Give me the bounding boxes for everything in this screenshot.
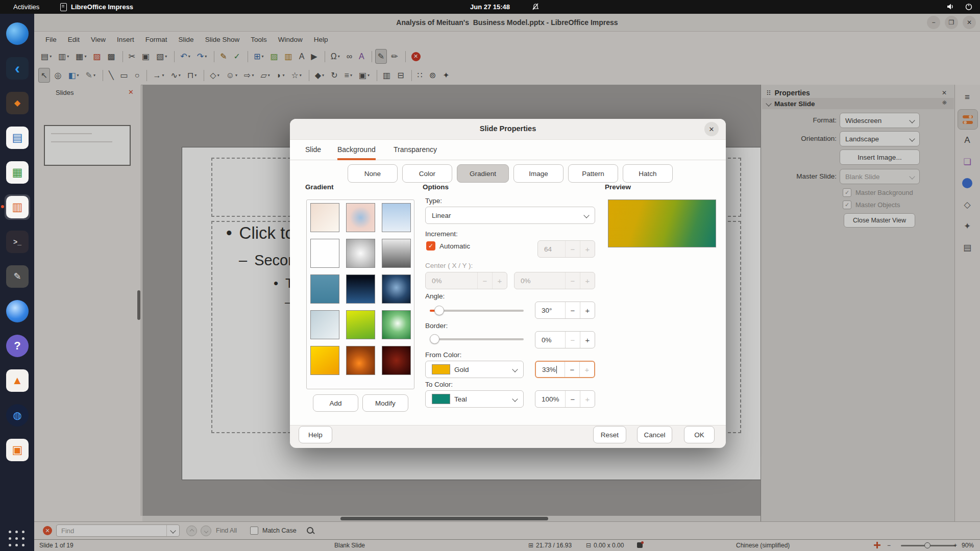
gradient-swatch-navy-glow[interactable] — [382, 274, 411, 304]
find-previous-button[interactable] — [186, 525, 197, 536]
edit-points-button[interactable]: ∷ — [415, 68, 425, 83]
redo-button[interactable]: ↷▾ — [194, 49, 209, 64]
callout-shapes-button[interactable]: ◗▾ — [274, 68, 287, 83]
menu-slide-show[interactable]: Slide Show — [201, 34, 244, 45]
show-applications-button[interactable] — [9, 531, 26, 547]
match-case-checkbox[interactable]: Match Case — [250, 527, 297, 535]
unsaved-changes-icon[interactable] — [637, 542, 643, 549]
format-dropdown[interactable]: Widescreen — [840, 113, 920, 128]
modify-button[interactable]: Modify — [362, 394, 408, 412]
gradient-swatch-white[interactable] — [310, 239, 339, 268]
tab-background[interactable]: Background — [337, 145, 376, 160]
gradient-swatch-steel-blue[interactable] — [310, 274, 339, 304]
sidebar-tab-styles[interactable]: A — [958, 131, 977, 150]
dialog-close-button[interactable]: ✕ — [704, 122, 719, 136]
slide-1-thumbnail[interactable] — [44, 125, 131, 166]
canvas-horizontal-scrollbar[interactable] — [142, 516, 794, 521]
help-button[interactable]: Help — [299, 426, 332, 443]
fill-color-button[interactable]: Color — [402, 164, 452, 183]
insert-image-button[interactable]: Insert Image... — [840, 149, 920, 165]
menu-format[interactable]: Format — [141, 34, 172, 45]
insert-image-button[interactable]: ▨ — [267, 49, 280, 64]
rectangle-button[interactable]: ▭ — [118, 68, 131, 83]
dock-libreoffice-calc[interactable]: ▦ — [5, 160, 30, 185]
dock-files[interactable]: ◆ — [5, 90, 30, 116]
fill-gradient-button[interactable]: Gradient — [457, 164, 509, 183]
dock-help[interactable]: ? — [5, 333, 30, 359]
fill-hatch-button[interactable]: Hatch — [623, 164, 673, 183]
symbol-shapes-button[interactable]: ☺▾ — [224, 68, 240, 83]
from-percent-minus[interactable]: − — [565, 362, 579, 377]
border-slider[interactable] — [430, 334, 524, 343]
fontwork-button[interactable]: A — [356, 49, 367, 64]
find-all-button[interactable]: Find All — [216, 527, 237, 534]
menu-help[interactable]: Help — [309, 34, 333, 45]
from-color-dropdown[interactable]: Gold — [425, 361, 524, 378]
dock-software-center[interactable]: ▣ — [5, 437, 30, 463]
dock-chromium[interactable] — [5, 298, 30, 324]
export-pdf-button[interactable]: ▨ — [90, 49, 103, 64]
gradient-swatch-lime-green[interactable] — [346, 310, 375, 339]
fit-slide-icon[interactable] — [874, 542, 880, 549]
sidebar-tab-gallery[interactable]: ❏ — [958, 152, 977, 171]
fill-pattern-button[interactable]: Pattern — [568, 164, 618, 183]
zoom-slider-thumb[interactable] — [924, 542, 930, 548]
minimize-button[interactable]: − — [927, 16, 940, 29]
zoom-out-button[interactable]: − — [887, 542, 891, 549]
spelling-button[interactable]: ✓ — [231, 49, 243, 64]
gradient-swatch-dark-red-glow[interactable] — [382, 346, 411, 375]
find-next-button[interactable] — [201, 525, 211, 536]
sidebar-tab-animation[interactable]: ✦ — [958, 216, 977, 236]
rotate-button[interactable]: ↻ — [328, 68, 340, 83]
to-color-dropdown[interactable]: Teal — [425, 390, 524, 408]
system-tray[interactable] — [946, 3, 973, 13]
gradient-swatch-ember[interactable] — [346, 346, 375, 375]
close-window-button[interactable]: ✕ — [963, 16, 976, 29]
angle-minus[interactable]: − — [565, 302, 580, 318]
flowchart-shapes-button[interactable]: ▱▾ — [258, 68, 272, 83]
find-and-replace-icon[interactable] — [306, 527, 314, 535]
cancel-button[interactable]: Cancel — [637, 426, 672, 443]
gradient-swatch-pink-blue-radial[interactable] — [346, 203, 375, 232]
insert-line-button[interactable]: ╲ — [106, 68, 116, 83]
align-objects-button[interactable]: ≡▾ — [342, 68, 355, 83]
zoom-percent[interactable]: 90% — [962, 542, 974, 549]
gradient-swatch-gold-linear[interactable] — [310, 346, 339, 375]
interaction-button[interactable]: ✦ — [440, 68, 452, 83]
activities-button[interactable]: Activities — [9, 0, 43, 14]
cut-button[interactable]: ✂ — [126, 49, 138, 64]
close-master-view-button[interactable]: Close Master View — [844, 213, 915, 228]
ellipse-button[interactable]: ○ — [132, 68, 142, 83]
arrange-button[interactable]: ▣▾ — [356, 68, 372, 83]
dock-libreoffice-writer[interactable]: ▤ — [5, 125, 30, 151]
automatic-checkbox[interactable]: ✓ — [426, 241, 435, 251]
hyperlink-button[interactable]: ∞ — [344, 49, 355, 64]
find-close-button[interactable]: ✕ — [43, 526, 52, 535]
dock-libreoffice-impress[interactable]: ▥ — [5, 194, 30, 220]
sidebar-tab-properties[interactable] — [958, 109, 978, 130]
insert-text-box-button[interactable]: A — [297, 49, 307, 64]
master-slide-section-header[interactable]: Master Slide ❋ — [762, 98, 954, 109]
dock-terminal[interactable]: >_ — [5, 229, 30, 255]
window-titlebar[interactable]: Analysis of Meituan's Business Model.ppt… — [34, 14, 980, 32]
ok-button[interactable]: OK — [684, 426, 715, 443]
find-input[interactable]: Find — [56, 524, 180, 537]
basic-shapes-button[interactable]: ◇▾ — [207, 68, 222, 83]
menu-file[interactable]: File — [41, 34, 61, 45]
gradient-swatch-light-blue[interactable] — [382, 203, 411, 232]
draw-pen-button[interactable]: ✎ — [375, 49, 387, 64]
fill-image-button[interactable]: Image — [513, 164, 564, 183]
focused-app-menu[interactable]: LibreOffice Impress — [60, 0, 133, 14]
sidebar-tab-shapes[interactable]: ◇ — [958, 195, 977, 214]
sidebar-tab-master-slides[interactable]: ▤ — [958, 238, 977, 257]
zoom-slider[interactable] — [901, 545, 956, 546]
slides-panel-close-icon[interactable]: ✕ — [128, 88, 134, 96]
curves-polygons-button[interactable]: ∿▾ — [168, 68, 183, 83]
zoom-in-button[interactable]: + — [953, 542, 957, 549]
menu-view[interactable]: View — [86, 34, 110, 45]
fill-none-button[interactable]: None — [348, 164, 398, 183]
dock-vlc[interactable]: ▲ — [5, 368, 30, 393]
tab-slide[interactable]: Slide — [305, 145, 321, 158]
insert-chart-button[interactable]: ▥ — [282, 49, 295, 64]
menu-insert[interactable]: Insert — [112, 34, 139, 45]
